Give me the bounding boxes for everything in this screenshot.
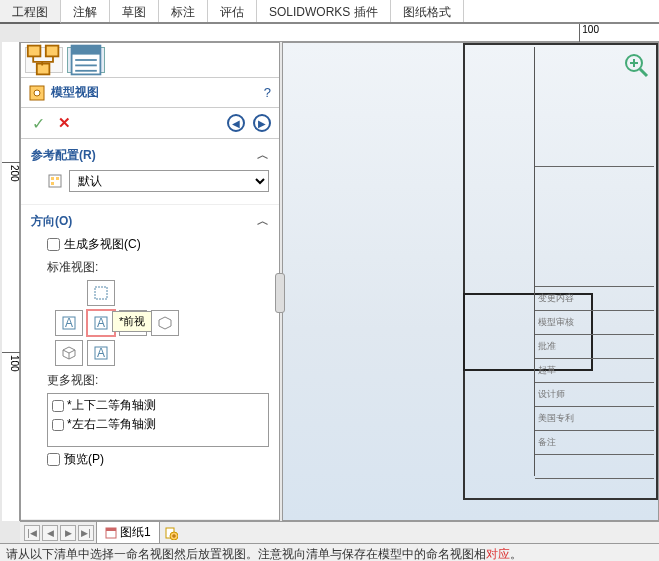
- sheet-nav-last[interactable]: ▶|: [78, 525, 94, 541]
- svg-rect-12: [56, 177, 59, 180]
- more-views-label: 更多视图:: [47, 372, 269, 389]
- model-view-icon: [29, 85, 45, 101]
- nav-forward-button[interactable]: ▶: [253, 114, 271, 132]
- ruler-h-tick: 100: [579, 24, 599, 42]
- property-panel: 模型视图 ? ✓ ✕ ◀ ▶ 参考配置(R) ︿ 默认: [20, 42, 280, 521]
- config-select[interactable]: 默认: [69, 170, 269, 192]
- command-tabs: 工程图 注解 草图 标注 评估 SOLIDWORKS 插件 图纸格式: [0, 0, 659, 24]
- section-config-head[interactable]: 参考配置(R) ︿: [31, 147, 269, 164]
- svg-text:A: A: [65, 316, 73, 330]
- section-config-label: 参考配置(R): [31, 147, 96, 164]
- view-front-button[interactable]: A *前视: [87, 310, 115, 336]
- svg-rect-27: [106, 528, 116, 531]
- sheet-border: 变更内容 模型审核 批准 起草 设计师 美国专利 备注: [463, 43, 658, 500]
- preview-label: 预览(P): [64, 451, 104, 468]
- ruler-horizontal: 100: [40, 24, 659, 42]
- list-item[interactable]: *左右二等角轴测: [50, 415, 266, 434]
- ok-button[interactable]: ✓: [29, 114, 47, 132]
- tb-cell: 设计师: [535, 383, 654, 407]
- svg-point-9: [34, 90, 40, 96]
- view-iso-button[interactable]: [55, 340, 83, 366]
- multi-view-input[interactable]: [47, 238, 60, 251]
- sheet-tab-label: 图纸1: [120, 524, 151, 541]
- tb-cell: [535, 455, 654, 479]
- tree-icon: [26, 42, 62, 78]
- tb-cell: 批准: [535, 335, 654, 359]
- multi-view-label: 生成多视图(C): [64, 236, 141, 253]
- tb-cell: 模型审核: [535, 311, 654, 335]
- tab-annotation[interactable]: 注解: [61, 0, 110, 22]
- view-tooltip: *前视: [112, 311, 152, 332]
- svg-rect-1: [46, 46, 59, 57]
- view-left-button[interactable]: A: [55, 310, 83, 336]
- status-text-tail: 。: [510, 547, 522, 561]
- tab-evaluate[interactable]: 评估: [208, 0, 257, 22]
- add-sheet-icon: [164, 526, 178, 540]
- panel-tab-property[interactable]: [67, 47, 105, 73]
- status-highlight: 对应: [486, 547, 510, 561]
- chevron-up-icon: ︿: [257, 147, 269, 164]
- ruler-v-tick: 100: [2, 352, 20, 372]
- status-text: 请从以下清单中选择一命名视图然后放置视图。注意视向清单与保存在模型中的命名视图相: [6, 547, 486, 561]
- help-button[interactable]: ?: [264, 85, 271, 100]
- drawing-canvas[interactable]: 变更内容 模型审核 批准 起草 设计师 美国专利 备注: [282, 42, 659, 521]
- add-sheet-button[interactable]: [162, 525, 180, 541]
- view-back-button[interactable]: [151, 310, 179, 336]
- tab-sketch[interactable]: 草图: [110, 0, 159, 22]
- multi-view-checkbox[interactable]: 生成多视图(C): [47, 236, 269, 253]
- chevron-up-icon: ︿: [257, 213, 269, 230]
- panel-tab-tree[interactable]: [25, 47, 63, 73]
- ruler-v-tick: 200: [2, 162, 20, 182]
- sheet-tab[interactable]: 图纸1: [96, 521, 160, 544]
- svg-rect-14: [95, 287, 107, 299]
- sheet-nav-first[interactable]: |◀: [24, 525, 40, 541]
- tb-cell: [535, 167, 654, 287]
- tab-sheet-format[interactable]: 图纸格式: [391, 0, 464, 22]
- preview-checkbox[interactable]: 预览(P): [47, 451, 269, 468]
- standard-views-grid: A A *前视 A: [55, 280, 269, 366]
- svg-rect-11: [51, 177, 54, 180]
- nav-back-button[interactable]: ◀: [227, 114, 245, 132]
- title-block: 变更内容 模型审核 批准 起草 设计师 美国专利 备注: [534, 47, 654, 476]
- tb-cell: 备注: [535, 431, 654, 455]
- tb-cell: 美国专利: [535, 407, 654, 431]
- status-bar: 请从以下清单中选择一命名视图然后放置视图。注意视向清单与保存在模型中的命名视图相…: [0, 543, 659, 561]
- panel-actions: ✓ ✕ ◀ ▶: [21, 108, 279, 139]
- tb-cell: 变更内容: [535, 287, 654, 311]
- sheet-tab-bar: |◀ ◀ ▶ ▶| 图纸1: [20, 521, 659, 543]
- config-icon: [47, 173, 63, 189]
- cancel-button[interactable]: ✕: [55, 114, 73, 132]
- sheet-nav-prev[interactable]: ◀: [42, 525, 58, 541]
- preview-input[interactable]: [47, 453, 60, 466]
- tb-cell: 起草: [535, 359, 654, 383]
- property-icon: [68, 42, 104, 78]
- panel-collapse-handle[interactable]: [275, 273, 285, 313]
- tab-drawing[interactable]: 工程图: [0, 0, 61, 24]
- section-config: 参考配置(R) ︿ 默认: [21, 139, 279, 205]
- tab-sw-addins[interactable]: SOLIDWORKS 插件: [257, 0, 391, 22]
- tb-cell: [535, 47, 654, 167]
- ruler-vertical: 200 100: [2, 42, 20, 521]
- svg-rect-0: [28, 46, 41, 57]
- svg-rect-10: [49, 175, 61, 187]
- panel-title: 模型视图: [51, 84, 264, 101]
- tab-dimension[interactable]: 标注: [159, 0, 208, 22]
- sheet-nav-next[interactable]: ▶: [60, 525, 76, 541]
- panel-tab-bar: [21, 43, 279, 78]
- section-orientation-head[interactable]: 方向(O) ︿: [31, 213, 269, 230]
- sheet-icon: [105, 527, 117, 539]
- view-top-button[interactable]: [87, 280, 115, 306]
- list-item[interactable]: *上下二等角轴测: [50, 396, 266, 415]
- section-orientation: 方向(O) ︿ 生成多视图(C) 标准视图: A A *前视: [21, 205, 279, 520]
- view-bottom-button[interactable]: A: [87, 340, 115, 366]
- more-views-list[interactable]: *上下二等角轴测 *左右二等角轴测: [47, 393, 269, 447]
- svg-text:A: A: [97, 316, 105, 330]
- svg-rect-4: [72, 46, 101, 55]
- svg-text:A: A: [97, 346, 105, 360]
- panel-header: 模型视图 ?: [21, 78, 279, 108]
- std-views-label: 标准视图:: [47, 259, 269, 276]
- svg-rect-13: [51, 182, 54, 185]
- section-orientation-label: 方向(O): [31, 213, 72, 230]
